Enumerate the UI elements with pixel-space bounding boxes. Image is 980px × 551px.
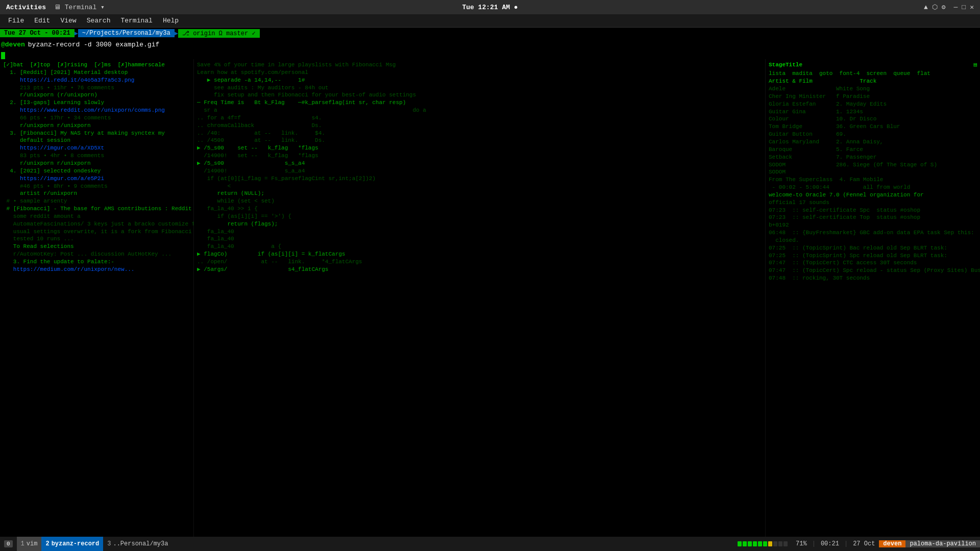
bat-seg-6 xyxy=(763,541,767,546)
col1-line: r/unixporn r/unixporn xyxy=(3,122,190,130)
col1-line: r/unixporn (r/unixporn) xyxy=(3,91,190,99)
terminal-content: [✓]bat [✗]top [✗]rising [✓]ms [✗]hammers… xyxy=(0,59,980,537)
user-prompt: @deven xyxy=(1,41,25,48)
col3-line: SODOM 286. Siege (Of The Stage of S) xyxy=(769,161,977,169)
col2-line: ─ Freq Time is Bt k_Flag ─#k_parseflag(i… xyxy=(197,99,762,107)
terminal-label[interactable]: 🖥 Terminal ▾ xyxy=(54,3,105,11)
bb-tab1[interactable]: 1 vim xyxy=(17,537,42,551)
col2: Save 4% of your time in large playslists… xyxy=(194,59,766,537)
bat-seg-4 xyxy=(753,541,757,546)
network-icon: ⬡ xyxy=(932,3,938,11)
col2-line: while (set < set) xyxy=(197,197,762,205)
col3-line: 07:23 :: self-certificate Spc status #os… xyxy=(769,207,977,214)
col1-line: 66 pts • 17hr • 34 comments xyxy=(3,114,190,122)
git-remote: origin xyxy=(193,30,215,37)
col3-line: 07:25 :: (TopicSprint) Bac reload old Se… xyxy=(769,244,977,252)
col1-line: 3. Find the update to Palate:- xyxy=(3,258,190,266)
battery-percent: 71% xyxy=(792,540,811,547)
tab1-num: 1 xyxy=(21,540,24,547)
col3-line: From The Superclass 4. Fam Mobile xyxy=(769,176,977,184)
tab1-label: vim xyxy=(27,540,38,547)
col3-line: Guitar Gina 1. 1234s xyxy=(769,108,977,116)
col2-line: /14900! set -- k_flag *flags xyxy=(197,152,762,160)
activities-label[interactable]: Activities xyxy=(6,4,46,11)
col1-line: 213 pts • 11hr • 76 comments xyxy=(3,84,190,92)
col3-line: 07:48 :: rocking, 30T seconds xyxy=(769,274,977,282)
menu-edit[interactable]: Edit xyxy=(30,16,54,26)
col2-line: fa_la_40 xyxy=(197,235,762,243)
menu-view[interactable]: View xyxy=(56,16,80,26)
tab3-num: 3 xyxy=(107,540,111,547)
menu-bar: File Edit View Search Terminal Help xyxy=(0,14,980,28)
col2-line: fix setup and then Fibonacci for your be… xyxy=(197,91,762,99)
col1-line: #46 pts • 8hr • 9 comments xyxy=(3,183,190,190)
git-branch-icon: Ω xyxy=(219,30,226,37)
bb-date: 27 Oct xyxy=(849,540,879,547)
col2-line: Save 4% of your time in large playslists… xyxy=(197,61,762,69)
settings-icon[interactable]: ⚙ xyxy=(942,3,946,11)
col1-line: r/AutoHotKey: Post ... discussion AutHot… xyxy=(3,251,190,258)
cols: [✓]bat [✗]top [✗]rising [✓]ms [✗]hammers… xyxy=(0,59,980,537)
col1-line: usual settings overwrite, it is a fork f… xyxy=(3,228,190,236)
col1-line: some reddit amount a xyxy=(3,213,190,220)
menu-file[interactable]: File xyxy=(4,16,28,26)
prompt-date: Tue 27 Oct - 00:21 xyxy=(0,29,75,37)
tab2-label: byzanz-record xyxy=(52,540,100,547)
col3-line: official 17 sounds xyxy=(769,199,977,207)
window-maximize[interactable]: □ xyxy=(962,4,966,11)
cursor xyxy=(1,52,5,59)
bb-tab2[interactable]: 2 byzanz-record xyxy=(41,537,103,551)
col2-line: return (NULL); xyxy=(197,190,762,197)
datetime: Tue 12:21 AM ● xyxy=(462,4,518,11)
col2-line: .. chromaCallback Ds. xyxy=(197,122,762,130)
col1-line: https://i.redd.it/o4o5a3f7a5c3.png xyxy=(3,77,190,84)
git-branch: master xyxy=(226,30,248,37)
col3-line: Adele White Song xyxy=(769,85,977,93)
system-bar-center: Tue 12:21 AM ● xyxy=(462,4,518,11)
menu-search[interactable]: Search xyxy=(83,16,115,26)
col2-line: fa_la_40 >> i { xyxy=(197,205,762,213)
col2-line: .. /40: at -- link. $4. xyxy=(197,130,762,137)
col2-line: fa_la_40 xyxy=(197,228,762,236)
prompt-line: Tue 27 Oct - 00:21 ▶ ~/Projects/Personal… xyxy=(0,28,980,39)
col1: [✓]bat [✗]top [✗]rising [✓]ms [✗]hammers… xyxy=(0,59,194,537)
col2-line: Learn how at spotify.com/personal xyxy=(197,69,762,77)
bb-sep1: | xyxy=(811,540,817,547)
col3-line: Setback 7. Passenger xyxy=(769,154,977,161)
col3-header: StageTitle ▤ xyxy=(769,61,977,69)
terminal: Tue 27 Oct - 00:21 ▶ ~/Projects/Personal… xyxy=(0,28,980,537)
col3-line: Carlos Maryland 2. Anna Daisy, xyxy=(769,138,977,146)
col3-line: welcome-to Oracle 7.0 (Fennel organizati… xyxy=(769,191,977,199)
col3-title: StageTitle xyxy=(769,61,802,69)
bb-window-num: 0 xyxy=(0,537,17,551)
window-minimize[interactable]: ─ xyxy=(954,4,958,11)
menu-terminal[interactable]: Terminal xyxy=(116,16,156,26)
window-number: 0 xyxy=(4,540,13,547)
col2-line: /14900! s_a_a4 xyxy=(197,167,762,175)
bb-user: deven xyxy=(879,540,905,547)
col2-line: ▶ /5_s00 s_s_a4 xyxy=(197,160,762,167)
col2-line: fa_la_40 a { xyxy=(197,243,762,251)
wifi-icon: ▲ xyxy=(924,4,928,11)
col2-line: ▶ /5_s00 set -- k_flag *flags xyxy=(197,144,762,152)
col2-line: ▶ /5args/ s4_flatCArgs xyxy=(197,266,762,273)
col1-line: r/unixporn r/unixporn xyxy=(3,160,190,167)
col3-line: Baroque 5. Farce xyxy=(769,146,977,154)
col3-line: SODOM xyxy=(769,168,977,176)
col2-line: .. /open/ at -- link. *4_flatCArgs xyxy=(197,258,762,266)
tab2-num: 2 xyxy=(45,540,49,547)
col1-line: default session xyxy=(3,137,190,144)
bat-seg-10 xyxy=(783,541,788,546)
system-bar: Activities 🖥 Terminal ▾ Tue 12:21 AM ● ▲… xyxy=(0,0,980,14)
col1-line: https://www.reddit.com/r/unixporn/comms.… xyxy=(3,107,190,114)
col3-line: 07:23 :: self-certificate Top status #os… xyxy=(769,214,977,221)
bb-tab3[interactable]: 3 ..Personal/my3a xyxy=(103,537,172,551)
col3-line: Guitar Button 69. xyxy=(769,131,977,138)
col3-line: lista madita goto font-4 screen queue fl… xyxy=(769,70,977,78)
menu-help[interactable]: Help xyxy=(159,16,183,26)
window-close[interactable]: ✕ xyxy=(970,3,974,11)
col2-line: .. for a 4f=f s4. xyxy=(197,114,762,122)
bat-seg-2 xyxy=(743,541,747,546)
col2-line: return (flags); xyxy=(197,220,762,228)
git-icon: ⎇ xyxy=(182,30,189,37)
